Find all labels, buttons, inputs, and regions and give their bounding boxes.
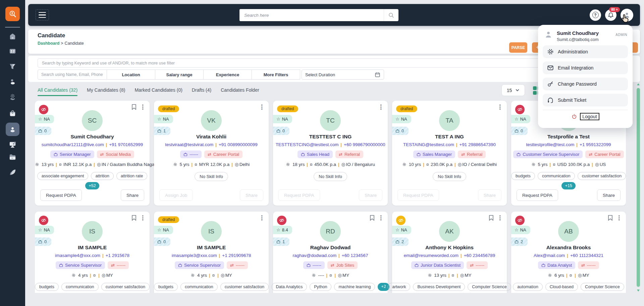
- candidate-card[interactable]: drafted⋮☆NA0TCTESTTEST C INGTESTTESTCING…: [273, 101, 388, 206]
- more-options-icon[interactable]: ⋮: [378, 215, 384, 221]
- skill-tags: artworkBusiness DevelopmentComputer Scie…: [395, 283, 503, 291]
- scrollbar-thumb[interactable]: [637, 88, 640, 287]
- sidebar-item-jobs[interactable]: [6, 107, 19, 120]
- name-email-phone-input[interactable]: [38, 70, 107, 80]
- tab-drafts-4[interactable]: Drafts (4): [192, 87, 211, 96]
- bookmark-icon[interactable]: [131, 215, 137, 221]
- candidate-phone[interactable]: +1 291909678: [222, 253, 251, 258]
- candidate-phone[interactable]: +60 234456789: [464, 253, 495, 258]
- notifications-button[interactable]: 80 +: [605, 9, 616, 21]
- scrollbar[interactable]: [637, 87, 640, 288]
- sidebar-item-interviews[interactable]: [6, 138, 19, 151]
- location-value: Delhi: [239, 162, 250, 167]
- menu-item-change-password[interactable]: Change Password: [543, 78, 628, 90]
- candidate-phone[interactable]: +1 9591322099: [580, 142, 611, 147]
- bookmark-icon[interactable]: [608, 215, 613, 221]
- sidebar-item-folders[interactable]: [6, 150, 19, 164]
- candidate-badges: Data Analyst⇄------: [511, 261, 626, 269]
- candidate-phone[interactable]: +1 2915678: [106, 253, 129, 258]
- share-button: Share: [478, 189, 501, 201]
- candidate-phone[interactable]: +91 9701652999: [109, 142, 143, 147]
- share-button[interactable]: Share: [597, 189, 621, 201]
- card-top-actions: ⋮: [608, 215, 622, 221]
- location-icon: ◎: [235, 162, 239, 167]
- candidate-email[interactable]: imasample3@xxx.com: [172, 253, 217, 258]
- sidebar-item-candidates[interactable]: [6, 123, 19, 136]
- jobs-count: 2: [401, 239, 404, 244]
- user-avatar-button[interactable]: [621, 9, 633, 21]
- sidebar-item-reports[interactable]: [6, 165, 19, 179]
- candidate-email[interactable]: TESTAING@testtest.com: [403, 142, 454, 147]
- menu-item-administration[interactable]: Administration: [543, 45, 628, 58]
- candidate-contact: imasample4@xxx.com|+1 2915678: [35, 253, 150, 258]
- candidate-email[interactable]: raghav@dodwad.com: [293, 253, 336, 258]
- sidebar-item-contacts[interactable]: [6, 44, 19, 58]
- page-size-select[interactable]: 15: [501, 84, 525, 96]
- sidebar-item-people[interactable]: [6, 75, 19, 88]
- salary-currency-icon: ¤: [426, 162, 429, 167]
- hamburger-menu-icon[interactable]: [36, 9, 49, 20]
- global-search-input[interactable]: [239, 9, 384, 21]
- tab-my-candidates-8[interactable]: My Candidates (8): [87, 87, 125, 96]
- more-options-icon[interactable]: ⋮: [259, 215, 265, 221]
- candidate-card[interactable]: drafted⋮☆NA0ISIM SAMPLEimasample3@xxx.co…: [154, 212, 269, 293]
- scrollbar-down-arrow[interactable]: [637, 290, 640, 292]
- search-icon[interactable]: [384, 9, 398, 21]
- candidate-email[interactable]: sumitchoudhar12111@live.com: [42, 142, 104, 147]
- more-options-icon[interactable]: ⋮: [616, 215, 622, 221]
- candidate-email[interactable]: email@resumeworded.com: [404, 253, 459, 258]
- candidate-card[interactable]: drafted⋮☆NA1VKVirata Kohliitestviraat@te…: [154, 101, 269, 206]
- share-button[interactable]: Share: [121, 189, 144, 201]
- tab-candidates-folder[interactable]: Candidates Folder: [221, 87, 259, 96]
- more-options-icon[interactable]: ⋮: [497, 215, 503, 221]
- tab-all-candidates-32[interactable]: All Candidates (32): [38, 87, 77, 96]
- scrollbar-up-arrow[interactable]: [637, 83, 640, 85]
- sidebar-item-filter[interactable]: [6, 60, 19, 73]
- candidate-card[interactable]: drafted⋮☆NA0TATEST A INGTESTAING@testtes…: [392, 101, 507, 206]
- filter-button-salary-range[interactable]: Salary range: [155, 70, 204, 80]
- candidate-email[interactable]: testtestprofile@test.com: [526, 142, 574, 147]
- candidate-phone[interactable]: +60 1112344321: [570, 253, 603, 258]
- candidate-phone[interactable]: +60 1234567: [342, 253, 368, 258]
- tab-marked-candidates-0[interactable]: Marked Candidates (0): [135, 87, 182, 96]
- sidebar-item-services[interactable]: [6, 90, 19, 104]
- menu-item-email-integration[interactable]: Email Integration: [543, 61, 628, 74]
- skill-tags: Data AnalyticsPythonmachine learning+2: [276, 283, 384, 291]
- experience-value: 6 yrs: [553, 273, 564, 278]
- separator: |: [307, 162, 308, 167]
- breadcrumb-dashboard[interactable]: Dashboard: [38, 41, 59, 46]
- bookmark-icon[interactable]: [370, 215, 375, 221]
- logout-button[interactable]: Logout: [538, 113, 633, 120]
- sidebar-item-home[interactable]: [6, 30, 19, 43]
- candidate-phone[interactable]: +60 9986790000000: [344, 142, 385, 147]
- candidate-email[interactable]: Alex@mail.com: [534, 253, 565, 258]
- candidate-phone[interactable]: +91 29886547390: [460, 142, 496, 147]
- candidate-card[interactable]: ⋮☆NA0SCSumit Choudharysumitchoudhar12111…: [35, 101, 150, 206]
- bookmark-icon[interactable]: [489, 215, 494, 221]
- select-duration-field[interactable]: Select Duration: [302, 70, 384, 80]
- more-options-icon[interactable]: ⋮: [378, 104, 384, 110]
- filter-button-location[interactable]: Location: [107, 70, 155, 80]
- candidate-card[interactable]: ⋮☆NA2ABAlexandra BrooksAlex@mail.com|+60…: [511, 212, 626, 293]
- candidate-card[interactable]: ⋮☆8.41RDRaghav Dodwadraghav@dodwad.com|+…: [273, 212, 388, 293]
- candidate-card[interactable]: ⋮☆NA0ISIM SAMPLEimasample4@xxx.com|+1 29…: [35, 212, 150, 293]
- more-options-icon[interactable]: ⋮: [140, 215, 146, 221]
- bookmark-icon[interactable]: [131, 104, 137, 110]
- filter-button-more-filters[interactable]: More Filters: [252, 70, 300, 80]
- separator: |: [461, 253, 462, 258]
- request-pdpa-button[interactable]: Request PDPA: [517, 189, 558, 201]
- filter-button-experience[interactable]: Experience: [204, 70, 252, 80]
- candidate-email[interactable]: testviraat@testvirat.com: [165, 142, 213, 147]
- help-button[interactable]: ?: [590, 9, 601, 21]
- candidate-email[interactable]: TESTTESTCING@testtest.com: [276, 142, 339, 147]
- more-options-icon[interactable]: ⋮: [259, 104, 265, 110]
- candidate-card[interactable]: ⋮☆NA2AKAnthony K Hopkinsemail@resumeword…: [392, 212, 507, 293]
- more-options-icon[interactable]: ⋮: [140, 104, 146, 110]
- candidate-email[interactable]: imasample4@xxx.com: [55, 253, 100, 258]
- request-pdpa-button[interactable]: Request PDPA: [40, 189, 82, 201]
- menu-item-submit-ticket[interactable]: Submit Ticket: [543, 94, 628, 106]
- candidate-phone[interactable]: +91 008990000099: [219, 142, 258, 147]
- app-logo[interactable]: [5, 7, 20, 21]
- parse-button[interactable]: PARSE: [509, 42, 527, 53]
- more-options-icon[interactable]: ⋮: [497, 104, 503, 110]
